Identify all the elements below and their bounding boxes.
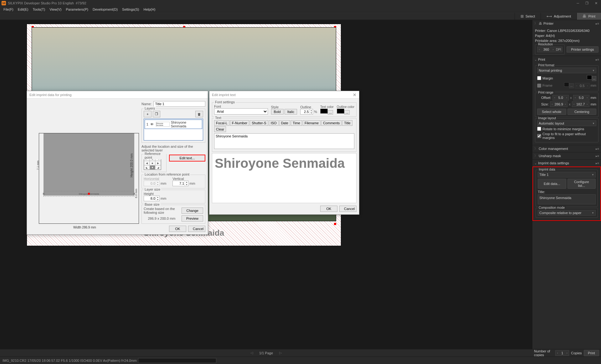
app-title: SILKYPIX Developer Studio Pro 10 English… [8, 1, 86, 5]
offset-x-input[interactable]: ‹5.0› [552, 95, 569, 100]
layer-height-input[interactable] [144, 196, 156, 201]
outline-input[interactable] [300, 109, 309, 114]
token-filename[interactable]: Filename [303, 120, 321, 126]
histogram [138, 358, 216, 363]
layout-dropdown[interactable]: Automatic layout▼ [537, 120, 596, 126]
margin-color-button[interactable]: ... [592, 76, 596, 81]
select-icon: ⊞ [521, 14, 524, 18]
resolution-input[interactable]: ‹360›DPI [537, 47, 562, 52]
font-select[interactable]: Arial [214, 108, 268, 115]
token-focal[interactable]: Focal-L [214, 120, 229, 126]
composition-dropdown[interactable]: Composite relative to paper▼ [538, 210, 596, 216]
mode-select[interactable]: ⊞Select [515, 13, 541, 20]
text-preview: Shiroyone Senmaida [215, 156, 345, 171]
preview-size-button[interactable]: Preview [182, 215, 203, 222]
dialog1-cancel-button[interactable]: Cancel [188, 226, 205, 232]
imprint-data-dropdown[interactable]: Title 1▼ [538, 172, 596, 177]
menu-tools[interactable]: Tools(T) [31, 7, 47, 12]
token-fnumber[interactable]: F-Number [230, 120, 249, 126]
delete-layer-button[interactable]: 🗑 [195, 111, 203, 117]
right-panel: 〉🖶 Printer▸≡ Printer: Canon LBP6310/6330… [532, 20, 601, 356]
token-date[interactable]: Date [279, 120, 290, 126]
section-unsharp[interactable]: 〉Unsharp mask▸≡ [532, 152, 601, 159]
horizontal-input [144, 181, 156, 186]
select-whole-button[interactable]: Select whole [537, 109, 566, 115]
dialog1-ok-button[interactable]: OK [169, 226, 186, 232]
status-text: IMG_9210.CR2 17/05/20 18:06:57.02 F5.6 1… [3, 359, 137, 362]
menu-file[interactable]: File(F) [2, 7, 15, 12]
edit-data-button[interactable]: Edit data... [538, 179, 566, 189]
token-shutter[interactable]: Shutter-S [250, 120, 268, 126]
token-comments[interactable]: Comments [321, 120, 342, 126]
printer-settings-button[interactable]: Printer settings [567, 46, 598, 53]
duplicate-layer-button[interactable]: ❐ [153, 111, 160, 117]
pager-bar: ◁ 1/1 Page ▷ [0, 349, 532, 356]
menu-parameters[interactable]: Parameters(P) [64, 7, 90, 12]
token-time[interactable]: Time [291, 120, 302, 126]
print-button[interactable]: Print [584, 350, 599, 356]
copies-input[interactable]: ‹1› [555, 350, 569, 356]
edit-imprint-text-dialog: Edit imprint text✕ Font settings Font Ar… [209, 91, 359, 215]
section-print-header[interactable]: ⌄Print▸≡ [532, 56, 601, 63]
layer-row[interactable]: 1 👁 Shiroyone Senmaida Shiroyone Senmaid… [145, 120, 202, 129]
title-textbox[interactable]: Shiroyone Senmaida [538, 194, 596, 204]
dialog2-ok-button[interactable]: OK [320, 206, 337, 212]
titlebar: 10 SILKYPIX Developer Studio Pro 10 Engl… [0, 0, 601, 6]
dialog2-close-button[interactable]: ✕ [353, 92, 357, 97]
crop-checkbox[interactable] [537, 134, 541, 138]
margin-checkbox[interactable] [537, 76, 541, 80]
printer-icon: 🖶 [539, 22, 542, 25]
size-w-input[interactable]: ‹286.9› [550, 101, 568, 107]
token-title[interactable]: Title [342, 120, 352, 126]
add-layer-button[interactable]: ＋ [144, 111, 152, 117]
dialog2-cancel-button[interactable]: Cancel [339, 206, 357, 212]
edit-imprint-data-dialog: Edit imprint data for printing Shiroyone… [27, 91, 208, 235]
text-color-button[interactable]: ... [328, 110, 333, 115]
bold-button[interactable]: Bold [271, 109, 284, 115]
imprint-name-input[interactable] [153, 101, 205, 107]
section-printer-header[interactable]: 〉🖶 Printer▸≡ [532, 20, 601, 27]
adjustment-icon: ⟷ [547, 14, 552, 18]
dialog1-titlebar[interactable]: Edit imprint data for printing [27, 91, 208, 99]
page-indicator: 1/1 Page [259, 351, 273, 355]
printer-paper: Paper: A4(H) [535, 33, 598, 38]
statusbar: IMG_9210.CR2 17/05/20 18:06:57.02 F5.6 1… [0, 356, 601, 364]
menu-view[interactable]: View(V) [48, 7, 63, 12]
close-button[interactable]: ✕ [593, 1, 599, 5]
menu-edit[interactable]: Edit(E) [16, 7, 30, 12]
section-imprint-header[interactable]: ⌄Imprint data settings▸≡ [532, 160, 601, 167]
minimize-button[interactable]: ─ [575, 1, 581, 5]
section-color-mgmt[interactable]: 〉Color management▸≡ [532, 145, 601, 152]
next-page-icon[interactable]: ▷ [279, 351, 282, 355]
mode-print[interactable]: 🖶Print [577, 13, 601, 20]
dialog2-titlebar[interactable]: Edit imprint text✕ [209, 91, 359, 99]
mode-adjustment[interactable]: ⟷Adjustment [541, 13, 577, 20]
configure-list-button[interactable]: Configure list... [568, 179, 596, 189]
size-h-input[interactable]: ‹182.7› [572, 101, 589, 107]
imprint-text-area[interactable]: Shiroyone Senmaida [214, 133, 354, 149]
frame-checkbox [537, 84, 541, 88]
maximize-button[interactable]: ❐ [583, 1, 590, 5]
app-logo: 10 [2, 1, 6, 5]
prev-page-icon[interactable]: ◁ [250, 351, 253, 355]
edit-text-button[interactable]: Edit text... [169, 155, 205, 161]
offset-y-input[interactable]: ‹5.0› [573, 95, 589, 100]
menu-settings[interactable]: Settings(S) [120, 7, 141, 12]
menu-help[interactable]: Help(H) [142, 7, 157, 12]
vertical-input[interactable] [173, 181, 185, 186]
menu-development[interactable]: Development(D) [91, 7, 120, 12]
token-clear[interactable]: Clear [214, 126, 226, 132]
rotate-checkbox[interactable] [537, 127, 541, 131]
print-icon: 🖶 [583, 14, 586, 18]
copies-bar: Number of copies ‹1› Copies Print [532, 349, 601, 356]
token-iso[interactable]: ISO [269, 120, 279, 126]
italic-button[interactable]: Italic [285, 109, 297, 115]
printer-device: Printer: Canon LBP6310/6330/6340 [535, 28, 598, 33]
change-size-button[interactable]: Change [182, 208, 203, 214]
mode-toolbar: ⊞Select ⟷Adjustment 🖶Print [0, 13, 601, 20]
centering-button[interactable]: Centering [568, 109, 597, 115]
menubar: File(F) Edit(E) Tools(T) View(V) Paramet… [0, 6, 601, 13]
print-format-dropdown[interactable]: Normal printing▼ [537, 68, 596, 73]
outline-color-button[interactable]: ... [344, 110, 350, 115]
